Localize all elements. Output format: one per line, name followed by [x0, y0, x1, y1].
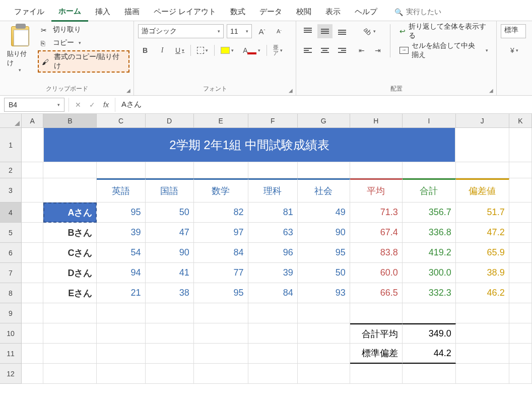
score-cell[interactable]: 95 — [194, 283, 248, 303]
orientation-button[interactable]: ab — [355, 24, 385, 38]
cell[interactable] — [509, 223, 532, 243]
dev-cell[interactable]: 65.9 — [456, 243, 509, 263]
number-format-dropdown[interactable]: 標準 — [501, 24, 526, 38]
cell[interactable] — [456, 303, 509, 323]
cell[interactable] — [22, 283, 43, 303]
dev-cell[interactable]: 51.7 — [456, 203, 509, 223]
header-english[interactable]: 英語 — [97, 178, 145, 203]
format-painter-button[interactable]: 書式のコピー/貼り付け — [38, 50, 129, 73]
cell[interactable] — [22, 223, 43, 243]
tab-draw[interactable]: 描画 — [117, 3, 147, 21]
font-launcher-icon[interactable]: ◢ — [289, 88, 293, 93]
score-cell[interactable]: 77 — [194, 263, 248, 283]
avg-cell[interactable]: 60.0 — [350, 263, 403, 283]
cell[interactable] — [97, 364, 145, 384]
sum-cell[interactable]: 356.7 — [403, 203, 456, 223]
summary-std-value[interactable]: 44.2 — [403, 344, 456, 364]
score-cell[interactable]: 84 — [194, 243, 248, 263]
score-cell[interactable]: 96 — [248, 243, 298, 263]
tab-help[interactable]: ヘルプ — [348, 3, 384, 21]
score-cell[interactable]: 49 — [298, 203, 350, 223]
avg-cell[interactable]: 67.4 — [350, 223, 403, 243]
col-header-J[interactable]: J — [456, 114, 509, 128]
tab-formulas[interactable]: 数式 — [223, 3, 252, 21]
fill-color-button[interactable] — [218, 43, 237, 57]
increase-indent-button[interactable]: ⇥ — [371, 43, 385, 57]
align-bottom-button[interactable] — [335, 24, 350, 38]
cell[interactable] — [248, 364, 298, 384]
accept-formula-button[interactable]: ✓ — [89, 101, 95, 109]
cell[interactable] — [298, 303, 350, 323]
cell[interactable] — [509, 344, 532, 364]
score-cell[interactable]: 38 — [146, 283, 194, 303]
cell[interactable] — [298, 323, 350, 344]
italic-button[interactable]: I — [155, 43, 169, 57]
row-header-5[interactable]: 5 — [0, 223, 22, 243]
tab-page-layout[interactable]: ページ レイアウト — [147, 3, 223, 21]
score-cell[interactable]: 39 — [97, 223, 145, 243]
cell[interactable] — [43, 162, 97, 178]
cell[interactable] — [22, 162, 43, 178]
row-header-3[interactable]: 3 — [0, 178, 22, 203]
grow-font-button[interactable]: Aˆ — [255, 24, 269, 38]
score-cell[interactable]: 90 — [298, 223, 350, 243]
dev-cell[interactable]: 38.9 — [456, 263, 509, 283]
col-header-C[interactable]: C — [97, 114, 145, 128]
header-total[interactable]: 合計 — [403, 178, 456, 203]
tell-me-search[interactable]: 🔍 実行したい — [394, 8, 441, 17]
tab-home[interactable]: ホーム — [51, 3, 88, 22]
cell[interactable] — [22, 263, 43, 283]
score-cell[interactable]: 50 — [298, 263, 350, 283]
score-cell[interactable]: 94 — [97, 263, 145, 283]
sum-cell[interactable]: 336.8 — [403, 223, 456, 243]
cell[interactable] — [97, 344, 145, 364]
cell[interactable] — [97, 323, 145, 344]
avg-cell[interactable]: 66.5 — [350, 283, 403, 303]
cell[interactable] — [22, 128, 43, 162]
cell[interactable] — [298, 344, 350, 364]
row-header-12[interactable]: 12 — [0, 364, 22, 384]
align-top-button[interactable] — [300, 24, 315, 38]
score-cell[interactable]: 54 — [97, 243, 145, 263]
cell[interactable] — [248, 344, 298, 364]
cell[interactable] — [509, 203, 532, 223]
font-name-dropdown[interactable]: 游ゴシック ▾ — [138, 24, 224, 38]
score-cell[interactable]: 63 — [248, 223, 298, 243]
cell[interactable] — [509, 283, 532, 303]
cell[interactable] — [22, 364, 43, 384]
avg-cell[interactable]: 71.3 — [350, 203, 403, 223]
row-header-7[interactable]: 7 — [0, 263, 22, 283]
cell[interactable] — [456, 323, 509, 344]
wrap-text-button[interactable]: ↩ 折り返して全体を表示する — [395, 24, 492, 38]
dev-cell[interactable]: 47.2 — [456, 223, 509, 243]
score-cell[interactable]: 95 — [298, 243, 350, 263]
shrink-font-button[interactable]: Aˇ — [272, 24, 286, 38]
cell[interactable] — [509, 178, 532, 203]
cell[interactable] — [22, 243, 43, 263]
student-name[interactable]: Dさん — [43, 263, 97, 283]
tab-view[interactable]: 表示 — [318, 3, 348, 21]
score-cell[interactable]: 84 — [248, 283, 298, 303]
merge-center-button[interactable]: セルを結合して中央揃え — [395, 43, 492, 57]
sum-cell[interactable]: 300.0 — [403, 263, 456, 283]
cell[interactable] — [146, 344, 194, 364]
row-header-1[interactable]: 1 — [0, 128, 22, 162]
student-name[interactable]: Cさん — [43, 243, 97, 263]
col-header-A[interactable]: A — [22, 114, 43, 128]
cell[interactable] — [97, 303, 145, 323]
tab-file[interactable]: ファイル — [7, 3, 51, 21]
cell[interactable] — [298, 364, 350, 384]
score-cell[interactable]: 97 — [194, 223, 248, 243]
cell[interactable] — [43, 178, 97, 203]
accounting-format-button[interactable]: ¥ — [501, 43, 528, 57]
score-cell[interactable]: 21 — [97, 283, 145, 303]
score-cell[interactable]: 47 — [146, 223, 194, 243]
cancel-formula-button[interactable]: ✕ — [75, 101, 81, 109]
tab-insert[interactable]: 挿入 — [88, 3, 117, 21]
cell[interactable] — [194, 303, 248, 323]
header-deviation[interactable]: 偏差値 — [456, 178, 509, 203]
cell[interactable] — [22, 203, 43, 223]
col-header-I[interactable]: I — [403, 114, 456, 128]
cell[interactable] — [403, 364, 456, 384]
cell[interactable] — [403, 303, 456, 323]
